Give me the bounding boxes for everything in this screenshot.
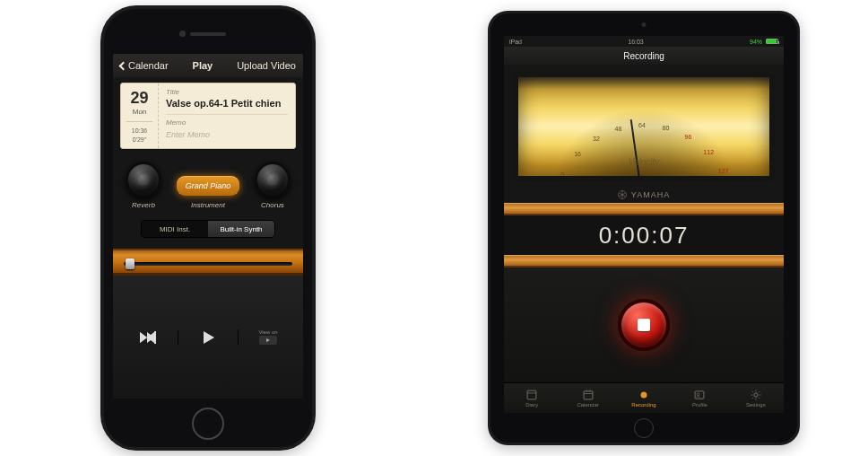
divider-bar-top	[504, 203, 784, 215]
day-of-week: Mon	[125, 108, 154, 116]
tab-profile[interactable]: Profile	[672, 383, 727, 413]
chevron-left-icon	[119, 61, 128, 70]
play-button[interactable]	[178, 330, 238, 345]
youtube-button[interactable]: View on	[238, 329, 298, 345]
brand-row: YAMAHA	[504, 190, 784, 199]
meter-dial: 0163248648096112127	[525, 88, 762, 181]
timer-display: 0:00:07	[504, 215, 784, 255]
record-area	[504, 267, 784, 382]
svg-point-7	[641, 392, 647, 399]
time-label: 10:36	[125, 127, 154, 134]
ipad-device: iPad 16:03 94% Recording 016324864809611…	[488, 11, 800, 445]
calendar-icon	[582, 389, 595, 401]
status-bar: iPad 16:03 94%	[504, 36, 784, 47]
home-button[interactable]	[634, 418, 654, 438]
iphone-device: Calendar Play Upload Video 29 Mon 10:36 …	[100, 5, 316, 451]
date-number: 29	[125, 89, 154, 108]
ipad-screen: iPad 16:03 94% Recording 016324864809611…	[504, 36, 784, 413]
nav-bar: Calendar Play Upload Video	[113, 54, 303, 77]
tab-label: Diary	[525, 402, 538, 408]
tab-diary[interactable]: Diary	[504, 383, 560, 413]
tab-recording[interactable]: Recording	[616, 383, 672, 413]
reverb-knob[interactable]	[126, 162, 161, 197]
instrument-label: Instrument	[191, 201, 225, 209]
chorus-group: Chorus	[255, 162, 291, 209]
seek-bar[interactable]	[113, 249, 303, 276]
reverb-label: Reverb	[132, 201, 155, 209]
profile-icon	[693, 389, 706, 401]
yamaha-logo-icon	[618, 190, 627, 199]
settings-icon	[750, 389, 762, 401]
divider-bar-bottom	[504, 255, 784, 267]
segment-midi[interactable]: MIDI Inst.	[142, 221, 208, 237]
tab-bar: DiaryCalendarRecordingProfileSettings	[504, 382, 784, 413]
play-icon	[201, 330, 215, 345]
seek-thumb[interactable]	[126, 259, 135, 269]
nav-bar: Recording	[504, 47, 784, 65]
speaker-grille	[190, 32, 226, 36]
seek-track	[124, 262, 292, 266]
instrument-button[interactable]: Grand Piano	[177, 176, 240, 196]
back-label: Calendar	[128, 60, 169, 71]
tab-label: Settings	[746, 402, 766, 408]
svg-point-10	[754, 393, 758, 397]
skip-back-button[interactable]	[118, 331, 178, 344]
back-button[interactable]: Calendar	[120, 60, 169, 71]
card-main: Title Valse op.64-1 Petit chien Memo Ent…	[159, 83, 295, 148]
carrier-label: iPad	[509, 39, 522, 45]
tab-calendar[interactable]: Calendar	[560, 383, 615, 413]
instrument-group: Grand Piano Instrument	[177, 176, 240, 209]
battery-pct: 94%	[750, 39, 762, 45]
tab-label: Calendar	[577, 402, 598, 408]
front-camera-icon	[642, 22, 647, 27]
segment-synth[interactable]: Built-in Synth	[208, 221, 274, 237]
record-stop-button[interactable]	[618, 299, 670, 351]
stop-icon	[638, 319, 650, 331]
reverb-group: Reverb	[126, 162, 161, 209]
diary-icon	[525, 389, 538, 401]
svg-rect-3	[584, 391, 593, 399]
battery-icon	[766, 39, 778, 44]
view-on-label: View on	[258, 329, 277, 335]
skip-back-icon	[140, 331, 156, 344]
recording-card: 29 Mon 10:36 0'29" Title Valse op.64-1 P…	[120, 83, 296, 149]
youtube-icon	[259, 336, 277, 345]
velocity-label: Velocity	[518, 157, 769, 167]
date-column: 29 Mon 10:36 0'29"	[121, 83, 159, 148]
chorus-knob[interactable]	[255, 162, 291, 197]
sound-source-segment: MIDI Inst. Built-in Synth	[141, 220, 275, 238]
nav-title: Recording	[623, 51, 664, 61]
knob-row: Reverb Grand Piano Instrument Chorus	[126, 162, 291, 209]
memo-field-label: Memo	[166, 114, 288, 127]
chorus-label: Chorus	[261, 201, 284, 209]
title-field[interactable]: Valse op.64-1 Petit chien	[166, 98, 288, 109]
tab-label: Profile	[692, 402, 707, 408]
front-camera-icon	[179, 31, 186, 37]
velocity-meter: 0163248648096112127 Velocity	[513, 72, 775, 181]
clock-label: 16:03	[628, 39, 644, 45]
title-field-label: Title	[166, 88, 288, 96]
memo-field[interactable]: Enter Memo	[166, 130, 288, 139]
tab-label: Recording	[631, 402, 655, 408]
tab-settings[interactable]: Settings	[728, 383, 784, 413]
iphone-screen: Calendar Play Upload Video 29 Mon 10:36 …	[113, 54, 303, 399]
svg-rect-1	[527, 390, 536, 399]
recording-icon	[638, 389, 650, 401]
duration-label: 0'29"	[125, 136, 154, 143]
brand-label: YAMAHA	[631, 190, 670, 199]
upload-video-button[interactable]: Upload Video	[237, 60, 296, 71]
nav-title: Play	[193, 60, 213, 71]
home-button[interactable]	[192, 408, 224, 440]
transport-bar: View on	[113, 276, 303, 399]
svg-point-9	[698, 393, 700, 396]
